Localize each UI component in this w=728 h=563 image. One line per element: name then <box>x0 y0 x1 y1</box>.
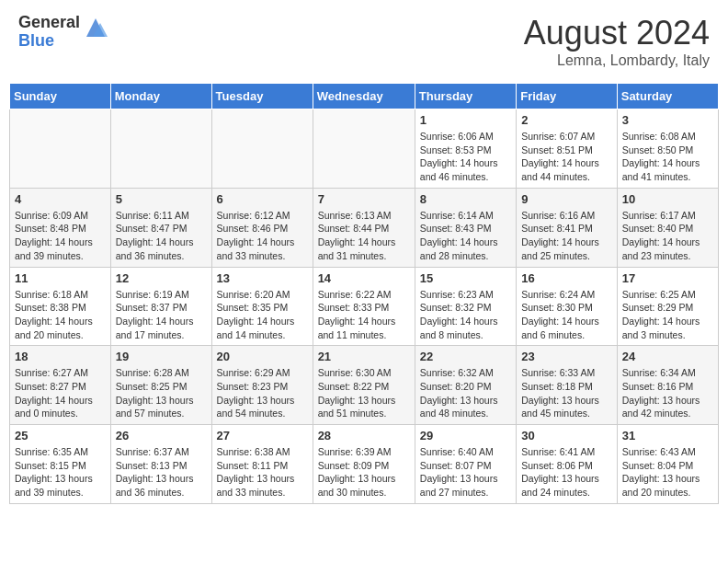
day-info: Sunrise: 6:18 AM Sunset: 8:38 PM Dayligh… <box>15 288 106 342</box>
day-info: Sunrise: 6:07 AM Sunset: 8:51 PM Dayligh… <box>521 130 612 184</box>
calendar-cell: 20Sunrise: 6:29 AM Sunset: 8:23 PM Dayli… <box>211 346 313 425</box>
calendar-cell: 1Sunrise: 6:06 AM Sunset: 8:53 PM Daylig… <box>415 109 516 189</box>
day-info: Sunrise: 6:33 AM Sunset: 8:18 PM Dayligh… <box>521 366 612 420</box>
day-info: Sunrise: 6:32 AM Sunset: 8:20 PM Dayligh… <box>420 366 511 420</box>
day-number: 18 <box>15 350 106 363</box>
calendar-cell: 27Sunrise: 6:38 AM Sunset: 8:11 PM Dayli… <box>211 425 313 504</box>
calendar-cell: 15Sunrise: 6:23 AM Sunset: 8:32 PM Dayli… <box>415 267 516 346</box>
day-info: Sunrise: 6:28 AM Sunset: 8:25 PM Dayligh… <box>116 366 207 420</box>
calendar-cell <box>110 109 211 189</box>
day-info: Sunrise: 6:30 AM Sunset: 8:22 PM Dayligh… <box>318 366 410 420</box>
calendar-cell: 8Sunrise: 6:14 AM Sunset: 8:43 PM Daylig… <box>415 188 516 267</box>
day-number: 9 <box>521 192 612 206</box>
day-info: Sunrise: 6:40 AM Sunset: 8:07 PM Dayligh… <box>420 445 511 500</box>
day-info: Sunrise: 6:35 AM Sunset: 8:15 PM Dayligh… <box>15 445 106 500</box>
weekday-header-sunday: Sunday <box>10 84 111 109</box>
day-info: Sunrise: 6:29 AM Sunset: 8:23 PM Dayligh… <box>217 366 308 420</box>
day-number: 7 <box>318 192 410 206</box>
calendar-cell: 24Sunrise: 6:34 AM Sunset: 8:16 PM Dayli… <box>617 346 718 425</box>
day-number: 29 <box>420 429 511 442</box>
day-number: 6 <box>217 192 308 206</box>
day-number: 26 <box>116 429 207 442</box>
title-block: August 2024 Lemna, Lombardy, Italy <box>524 14 710 69</box>
day-info: Sunrise: 6:43 AM Sunset: 8:04 PM Dayligh… <box>622 445 713 500</box>
calendar-week-row: 4Sunrise: 6:09 AM Sunset: 8:48 PM Daylig… <box>10 188 719 267</box>
day-number: 4 <box>15 192 106 206</box>
calendar-cell: 31Sunrise: 6:43 AM Sunset: 8:04 PM Dayli… <box>617 425 718 504</box>
calendar-cell <box>313 109 415 189</box>
weekday-header-tuesday: Tuesday <box>211 84 313 109</box>
day-info: Sunrise: 6:24 AM Sunset: 8:30 PM Dayligh… <box>521 288 612 342</box>
calendar-header-row: SundayMondayTuesdayWednesdayThursdayFrid… <box>10 84 719 109</box>
day-info: Sunrise: 6:12 AM Sunset: 8:46 PM Dayligh… <box>217 209 308 263</box>
calendar-cell: 7Sunrise: 6:13 AM Sunset: 8:44 PM Daylig… <box>313 188 415 267</box>
day-number: 25 <box>15 429 106 442</box>
day-number: 8 <box>420 192 511 206</box>
day-info: Sunrise: 6:41 AM Sunset: 8:06 PM Dayligh… <box>521 445 612 500</box>
calendar-cell: 14Sunrise: 6:22 AM Sunset: 8:33 PM Dayli… <box>313 267 415 346</box>
calendar-cell: 23Sunrise: 6:33 AM Sunset: 8:18 PM Dayli… <box>517 346 618 425</box>
calendar-cell: 13Sunrise: 6:20 AM Sunset: 8:35 PM Dayli… <box>211 267 313 346</box>
weekday-header-thursday: Thursday <box>415 84 516 109</box>
calendar-cell: 26Sunrise: 6:37 AM Sunset: 8:13 PM Dayli… <box>110 425 211 504</box>
day-info: Sunrise: 6:34 AM Sunset: 8:16 PM Dayligh… <box>622 366 713 420</box>
day-info: Sunrise: 6:25 AM Sunset: 8:29 PM Dayligh… <box>622 288 713 342</box>
logo-blue-text: Blue <box>18 32 80 51</box>
calendar-cell: 28Sunrise: 6:39 AM Sunset: 8:09 PM Dayli… <box>313 425 415 504</box>
day-number: 3 <box>622 113 713 127</box>
day-number: 13 <box>217 271 308 285</box>
calendar-cell: 29Sunrise: 6:40 AM Sunset: 8:07 PM Dayli… <box>415 425 516 504</box>
calendar-cell <box>211 109 313 189</box>
day-info: Sunrise: 6:09 AM Sunset: 8:48 PM Dayligh… <box>15 209 106 263</box>
day-number: 22 <box>420 350 511 363</box>
day-number: 11 <box>15 271 106 285</box>
location-subtitle: Lemna, Lombardy, Italy <box>524 52 710 69</box>
calendar-cell: 2Sunrise: 6:07 AM Sunset: 8:51 PM Daylig… <box>517 109 618 189</box>
calendar-cell: 22Sunrise: 6:32 AM Sunset: 8:20 PM Dayli… <box>415 346 516 425</box>
day-info: Sunrise: 6:08 AM Sunset: 8:50 PM Dayligh… <box>622 130 713 184</box>
day-number: 27 <box>217 429 308 442</box>
day-number: 12 <box>116 271 207 285</box>
day-number: 1 <box>420 113 511 127</box>
calendar-table: SundayMondayTuesdayWednesdayThursdayFrid… <box>9 83 719 504</box>
day-info: Sunrise: 6:11 AM Sunset: 8:47 PM Dayligh… <box>116 209 207 263</box>
day-info: Sunrise: 6:14 AM Sunset: 8:43 PM Dayligh… <box>420 209 511 263</box>
calendar-cell: 18Sunrise: 6:27 AM Sunset: 8:27 PM Dayli… <box>10 346 111 425</box>
calendar-week-row: 11Sunrise: 6:18 AM Sunset: 8:38 PM Dayli… <box>10 267 719 346</box>
day-info: Sunrise: 6:06 AM Sunset: 8:53 PM Dayligh… <box>420 130 511 184</box>
day-number: 15 <box>420 271 511 285</box>
day-info: Sunrise: 6:39 AM Sunset: 8:09 PM Dayligh… <box>318 445 410 500</box>
calendar-cell: 10Sunrise: 6:17 AM Sunset: 8:40 PM Dayli… <box>617 188 718 267</box>
day-number: 24 <box>622 350 713 363</box>
day-number: 20 <box>217 350 308 363</box>
calendar-cell: 12Sunrise: 6:19 AM Sunset: 8:37 PM Dayli… <box>110 267 211 346</box>
calendar-cell: 5Sunrise: 6:11 AM Sunset: 8:47 PM Daylig… <box>110 188 211 267</box>
calendar-week-row: 25Sunrise: 6:35 AM Sunset: 8:15 PM Dayli… <box>10 425 719 504</box>
calendar-cell: 4Sunrise: 6:09 AM Sunset: 8:48 PM Daylig… <box>10 188 111 267</box>
day-info: Sunrise: 6:37 AM Sunset: 8:13 PM Dayligh… <box>116 445 207 500</box>
day-info: Sunrise: 6:17 AM Sunset: 8:40 PM Dayligh… <box>622 209 713 263</box>
month-year-title: August 2024 <box>524 14 710 52</box>
day-number: 31 <box>622 429 713 442</box>
calendar-cell: 6Sunrise: 6:12 AM Sunset: 8:46 PM Daylig… <box>211 188 313 267</box>
day-number: 23 <box>521 350 612 363</box>
day-info: Sunrise: 6:13 AM Sunset: 8:44 PM Dayligh… <box>318 209 410 263</box>
calendar-cell: 11Sunrise: 6:18 AM Sunset: 8:38 PM Dayli… <box>10 267 111 346</box>
calendar-cell: 25Sunrise: 6:35 AM Sunset: 8:15 PM Dayli… <box>10 425 111 504</box>
calendar-cell: 9Sunrise: 6:16 AM Sunset: 8:41 PM Daylig… <box>517 188 618 267</box>
day-info: Sunrise: 6:38 AM Sunset: 8:11 PM Dayligh… <box>217 445 308 500</box>
calendar-cell: 16Sunrise: 6:24 AM Sunset: 8:30 PM Dayli… <box>517 267 618 346</box>
day-number: 10 <box>622 192 713 206</box>
weekday-header-wednesday: Wednesday <box>313 84 415 109</box>
calendar-cell: 21Sunrise: 6:30 AM Sunset: 8:22 PM Dayli… <box>313 346 415 425</box>
calendar-week-row: 18Sunrise: 6:27 AM Sunset: 8:27 PM Dayli… <box>10 346 719 425</box>
page-header: General Blue August 2024 Lemna, Lombardy… <box>9 9 719 74</box>
day-number: 28 <box>318 429 410 442</box>
day-number: 2 <box>521 113 612 127</box>
day-info: Sunrise: 6:27 AM Sunset: 8:27 PM Dayligh… <box>15 366 106 420</box>
weekday-header-friday: Friday <box>517 84 618 109</box>
day-info: Sunrise: 6:23 AM Sunset: 8:32 PM Dayligh… <box>420 288 511 342</box>
day-info: Sunrise: 6:20 AM Sunset: 8:35 PM Dayligh… <box>217 288 308 342</box>
day-info: Sunrise: 6:16 AM Sunset: 8:41 PM Dayligh… <box>521 209 612 263</box>
day-info: Sunrise: 6:19 AM Sunset: 8:37 PM Dayligh… <box>116 288 207 342</box>
